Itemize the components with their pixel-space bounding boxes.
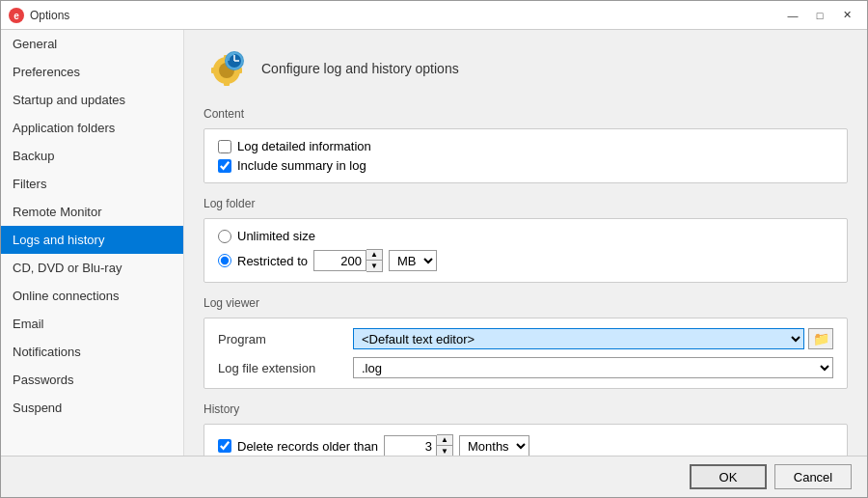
restricted-increment-button[interactable]: ▲: [366, 250, 382, 261]
sidebar-item-passwords[interactable]: Passwords: [1, 366, 183, 394]
log-folder-section-box: Unlimited size Restricted to ▲ ▼: [203, 218, 848, 283]
sidebar-item-general[interactable]: General: [1, 30, 183, 58]
program-row: Program <Default text editor> 📁: [218, 328, 833, 349]
titlebar-controls: — □ ✕: [780, 6, 859, 25]
unlimited-size-label: Unlimited size: [237, 229, 315, 243]
restricted-value-input[interactable]: [313, 250, 366, 271]
sidebar-item-application-folders[interactable]: Application folders: [1, 114, 183, 142]
restricted-spinbox: ▲ ▼: [313, 249, 383, 272]
log-file-ext-label: Log file extension: [218, 361, 343, 375]
log-viewer-section-box: Program <Default text editor> 📁 Log file…: [203, 318, 848, 389]
sidebar: General Preferences Startup and updates …: [1, 30, 184, 456]
log-viewer-section: Log viewer Program <Default text editor>…: [203, 296, 848, 389]
restricted-to-row: Restricted to ▲ ▼ KB MB GB: [218, 249, 833, 272]
delete-records-decrement-button[interactable]: ▼: [437, 446, 452, 456]
sidebar-item-suspend[interactable]: Suspend: [1, 394, 183, 422]
panel-header-title: Configure log and history options: [261, 61, 459, 76]
sidebar-item-preferences[interactable]: Preferences: [1, 58, 183, 86]
delete-records-value-input[interactable]: [384, 435, 437, 456]
content-area: General Preferences Startup and updates …: [1, 30, 867, 456]
content-section-label: Content: [203, 107, 848, 121]
delete-records-increment-button[interactable]: ▲: [437, 435, 452, 446]
panel-header: Configure log and history options: [203, 45, 848, 92]
program-control: <Default text editor> 📁: [353, 328, 833, 349]
svg-rect-5: [224, 80, 230, 86]
delete-records-spinbox-buttons: ▲ ▼: [437, 434, 453, 456]
log-file-ext-select[interactable]: .log .txt: [353, 357, 833, 378]
history-section-label: History: [203, 402, 848, 416]
sidebar-item-filters[interactable]: Filters: [1, 170, 183, 198]
content-section-box: Log detailed information Include summary…: [203, 128, 848, 183]
sidebar-item-remote-monitor[interactable]: Remote Monitor: [1, 198, 183, 226]
minimize-button[interactable]: —: [780, 6, 805, 25]
delete-records-unit-select[interactable]: Days Weeks Months Years: [459, 435, 529, 456]
unlimited-size-radio[interactable]: [218, 230, 231, 243]
restricted-decrement-button[interactable]: ▼: [366, 261, 382, 271]
restricted-to-label: Restricted to: [237, 254, 308, 268]
delete-records-checkbox[interactable]: [218, 439, 231, 453]
restricted-spinbox-buttons: ▲ ▼: [366, 249, 383, 272]
restricted-to-radio[interactable]: [218, 254, 231, 267]
program-browse-button[interactable]: 📁: [808, 328, 833, 349]
log-file-ext-row: Log file extension .log .txt: [218, 357, 833, 378]
log-detailed-row: Log detailed information: [218, 139, 833, 153]
svg-rect-7: [211, 68, 217, 73]
section-icon: [203, 45, 250, 92]
include-summary-checkbox[interactable]: [218, 159, 231, 173]
sidebar-item-logs-history[interactable]: Logs and history: [1, 226, 183, 254]
close-button[interactable]: ✕: [834, 6, 859, 25]
sidebar-item-online-connections[interactable]: Online connections: [1, 282, 183, 310]
include-summary-label: Include summary in log: [237, 158, 366, 173]
sidebar-item-cd-dvd-bluray[interactable]: CD, DVD or Blu-ray: [1, 254, 183, 282]
maximize-button[interactable]: □: [807, 6, 832, 25]
titlebar: e Options — □ ✕: [1, 1, 867, 30]
ok-button[interactable]: OK: [690, 464, 767, 489]
log-file-ext-control: .log .txt: [353, 357, 833, 378]
content-section: Content Log detailed information Include…: [203, 107, 848, 183]
sidebar-item-backup[interactable]: Backup: [1, 142, 183, 170]
delete-records-spinbox: ▲ ▼: [384, 434, 453, 456]
sidebar-item-email[interactable]: Email: [1, 310, 183, 338]
footer: OK Cancel: [1, 456, 867, 497]
log-folder-section-label: Log folder: [203, 197, 848, 210]
cancel-button[interactable]: Cancel: [774, 464, 852, 489]
restricted-unit-select[interactable]: KB MB GB: [389, 250, 437, 271]
titlebar-left: e Options: [9, 8, 69, 23]
window-title: Options: [30, 9, 69, 22]
main-panel: Configure log and history options Conten…: [184, 30, 867, 456]
log-detailed-checkbox[interactable]: [218, 140, 231, 153]
log-viewer-section-label: Log viewer: [203, 296, 848, 310]
delete-records-row: Delete records older than ▲ ▼ Days Weeks…: [218, 434, 833, 456]
sidebar-item-notifications[interactable]: Notifications: [1, 338, 183, 366]
log-folder-section: Log folder Unlimited size Restricted to …: [203, 197, 848, 283]
program-select[interactable]: <Default text editor>: [353, 328, 804, 349]
options-window: e Options — □ ✕ General Preferences Star…: [0, 0, 868, 498]
program-label: Program: [218, 332, 343, 346]
history-section: History Delete records older than ▲ ▼: [203, 402, 848, 456]
sidebar-item-startup-updates[interactable]: Startup and updates: [1, 86, 183, 114]
history-section-box: Delete records older than ▲ ▼ Days Weeks…: [203, 424, 848, 456]
delete-records-label: Delete records older than: [237, 439, 378, 454]
app-icon: e: [9, 8, 24, 23]
log-detailed-label: Log detailed information: [237, 139, 371, 153]
include-summary-row: Include summary in log: [218, 158, 833, 173]
svg-text:e: e: [14, 11, 19, 21]
unlimited-size-row: Unlimited size: [218, 229, 833, 243]
